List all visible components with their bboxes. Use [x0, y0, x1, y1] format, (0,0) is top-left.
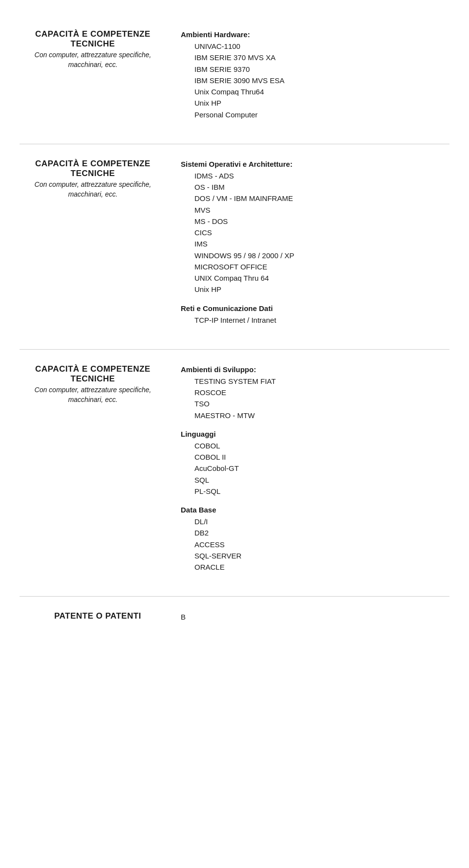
linguaggi-block: Linguaggi COBOLCOBOL IIAcuCobol-GTSQLPL-…	[181, 430, 449, 497]
list-item: WINDOWS 95 / 98 / 2000 / XP	[194, 250, 449, 261]
patente-title: Patente o Patenti	[20, 611, 176, 621]
list-item: OS - IBM	[194, 181, 449, 193]
section2-right: Sistemi Operativi e Architetture: IDMS -…	[176, 159, 449, 334]
section1-subtitle1: Con computer, attrezzature specifiche,	[20, 51, 166, 59]
section-os: Capacità e Competenze Tecniche Con compu…	[20, 144, 449, 349]
list-item: AcuCobol-GT	[194, 463, 449, 474]
patente-right: B	[176, 611, 449, 623]
linguaggi-heading: Linguaggi	[181, 430, 449, 438]
ambienti-items: TESTING SYSTEM FIATROSCOETSOMAESTRO - MT…	[181, 376, 449, 421]
hardware-items: UNIVAC-1100IBM SERIE 370 MVS XAIBM SERIE…	[181, 41, 449, 120]
list-item: ORACLE	[194, 561, 449, 573]
os-heading: Sistemi Operativi e Architetture:	[181, 160, 449, 168]
list-item: UNIVAC-1100	[194, 41, 449, 52]
list-item: MICROSOFT OFFICE	[194, 261, 449, 272]
section1-right: Ambienti Hardware: UNIVAC-1100IBM SERIE …	[176, 29, 449, 129]
database-block: Data Base DL/IDB2ACCESSSQL-SERVERORACLE	[181, 506, 449, 573]
list-item: IDMS - ADS	[194, 170, 449, 181]
patente-section: Patente o Patenti B	[20, 597, 449, 623]
list-item: IBM SERIE 370 MVS XA	[194, 52, 449, 63]
list-item: ROSCOE	[194, 387, 449, 398]
list-item: SQL	[194, 474, 449, 486]
ambienti-heading: Ambienti di Sviluppo:	[181, 365, 449, 374]
database-items: DL/IDB2ACCESSSQL-SERVERORACLE	[181, 516, 449, 573]
list-item: Unix HP	[194, 97, 449, 109]
section2-title-line1: Capacità e Competenze	[20, 159, 166, 169]
list-item: COBOL	[194, 440, 449, 451]
list-item: SQL-SERVER	[194, 550, 449, 561]
section3-subtitle1: Con computer, attrezzature specifiche,	[20, 386, 166, 394]
reti-heading: Reti e Comunicazione Dati	[181, 304, 449, 312]
ambienti-block: Ambienti di Sviluppo: TESTING SYSTEM FIA…	[181, 365, 449, 421]
list-item: IMS	[194, 238, 449, 249]
section2-title-line2: Tecniche	[20, 169, 166, 178]
list-item: DL/I	[194, 516, 449, 527]
database-heading: Data Base	[181, 506, 449, 514]
reti-items: TCP-IP Internet / Intranet	[181, 314, 449, 326]
list-item: TESTING SYSTEM FIAT	[194, 376, 449, 387]
list-item: IBM SERIE 3090 MVS ESA	[194, 75, 449, 86]
list-item: COBOL II	[194, 451, 449, 463]
section1-title-line1: Capacità e Competenze	[20, 29, 166, 39]
list-item: MS - DOS	[194, 216, 449, 227]
section3-title-line2: Tecniche	[20, 374, 166, 384]
section2-left: Capacità e Competenze Tecniche Con compu…	[20, 159, 176, 334]
list-item: ACCESS	[194, 539, 449, 550]
list-item: TSO	[194, 398, 449, 409]
section2-subtitle2: macchinari, ecc.	[20, 190, 166, 198]
patente-left: Patente o Patenti	[20, 611, 176, 623]
section3-title-line1: Capacità e Competenze	[20, 364, 166, 374]
reti-block: Reti e Comunicazione Dati TCP-IP Interne…	[181, 304, 449, 326]
list-item: TCP-IP Internet / Intranet	[194, 314, 449, 326]
list-item: CICS	[194, 227, 449, 238]
section-hardware: Capacità e Competenze Tecniche Con compu…	[20, 15, 449, 144]
list-item: DB2	[194, 527, 449, 538]
list-item: MVS	[194, 204, 449, 216]
list-item: UNIX Compaq Thru 64	[194, 272, 449, 284]
patente-value: B	[181, 611, 449, 623]
section3-subtitle2: macchinari, ecc.	[20, 396, 166, 403]
hardware-block: Ambienti Hardware: UNIVAC-1100IBM SERIE …	[181, 30, 449, 120]
hardware-heading: Ambienti Hardware:	[181, 30, 449, 39]
os-block: Sistemi Operativi e Architetture: IDMS -…	[181, 160, 449, 295]
section1-title-line2: Tecniche	[20, 39, 166, 49]
list-item: Personal Computer	[194, 109, 449, 120]
list-item: Unix HP	[194, 284, 449, 295]
os-items: IDMS - ADSOS - IBMDOS / VM - IBM MAINFRA…	[181, 170, 449, 295]
section-sviluppo: Capacità e Competenze Tecniche Con compu…	[20, 350, 449, 597]
list-item: MAESTRO - MTW	[194, 410, 449, 421]
section2-subtitle1: Con computer, attrezzature specifiche,	[20, 180, 166, 188]
linguaggi-items: COBOLCOBOL IIAcuCobol-GTSQLPL-SQL	[181, 440, 449, 497]
list-item: Unix Compaq Thru64	[194, 86, 449, 97]
list-item: IBM SERIE 9370	[194, 64, 449, 75]
section3-left: Capacità e Competenze Tecniche Con compu…	[20, 364, 176, 582]
section3-right: Ambienti di Sviluppo: TESTING SYSTEM FIA…	[176, 364, 449, 582]
section1-left: Capacità e Competenze Tecniche Con compu…	[20, 29, 176, 129]
section1-subtitle2: macchinari, ecc.	[20, 61, 166, 68]
list-item: PL-SQL	[194, 486, 449, 497]
list-item: DOS / VM - IBM MAINFRAME	[194, 193, 449, 204]
